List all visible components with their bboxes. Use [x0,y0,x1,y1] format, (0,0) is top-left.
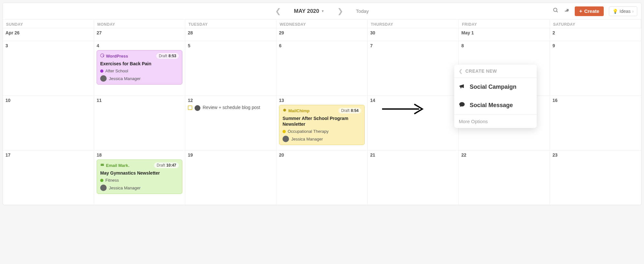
date-label: 17 [5,152,91,158]
date-label: 14 [370,98,456,103]
date-label: 28 [188,30,274,35]
search-icon[interactable] [553,7,559,15]
event-category: Fitness [100,178,179,183]
chevron-right-icon: › [632,9,634,14]
date-label: 30 [370,30,456,35]
calendar-cell[interactable]: 14 [368,96,459,150]
status-pill: Draft8:54 [339,108,361,114]
date-label: 2 [553,30,639,35]
calendar-cell[interactable]: 18Email Mark…Draft10:47May Gymnastics Ne… [94,150,185,205]
author-name: Jessica Manager [109,186,140,190]
svg-rect-5 [101,164,104,166]
calendar-cell[interactable]: 6 [276,41,368,96]
plus-icon: + [579,8,582,14]
create-label: Create [584,8,599,14]
calendar-cell[interactable]: May 1 [459,28,550,41]
date-label: 8 [461,43,547,48]
calendar-cell[interactable]: 11 [94,96,185,150]
popover-item-social-message[interactable]: Social Message [454,96,537,114]
chevron-left-icon: ❮ [459,68,463,74]
calendar-cell[interactable]: 20 [276,150,368,205]
calendar-cell[interactable]: 22 [459,150,550,205]
event-type: Email Mark… [100,163,129,168]
category-dot [100,179,103,182]
event-card[interactable]: Email Mark…Draft10:47May Gymnastics News… [97,159,182,194]
day-header: SATURDAY [550,20,641,28]
author-name: Jessica Manager [109,76,140,81]
calendar-cell[interactable]: 28 [185,28,276,41]
category-dot [283,130,286,133]
popover-more-options[interactable]: More Options [454,114,537,128]
lightbulb-icon: 💡 [612,9,618,14]
mailchimp-icon [283,108,287,113]
status-time: 10:47 [166,163,176,168]
svg-rect-2 [565,11,568,12]
date-label: 16 [553,98,639,103]
calendar-cell[interactable]: Apr 26 [3,28,94,41]
checkbox[interactable] [188,105,192,110]
date-label: Apr 26 [5,30,91,35]
calendar-cell[interactable]: 3 [3,41,94,96]
category-label: Occupational Therapy [288,129,329,134]
calendar-cell[interactable]: 17 [3,150,94,205]
date-label: 6 [279,43,365,48]
email-icon [100,163,104,168]
svg-point-0 [553,8,557,12]
event-card[interactable]: WordPressDraft8:53Exercises for Back Pai… [97,50,182,85]
calendar-cell[interactable]: 2 [550,28,641,41]
calendar-cell[interactable]: 19 [185,150,276,205]
status-time: 8:53 [168,54,176,58]
popover-header[interactable]: ❮ CREATE NEW [454,65,537,78]
calendar-cell[interactable]: 29 [276,28,368,41]
calendar-grid: SUNDAYMONDAYTUESDAYWEDNESDAYTHURSDAYFRID… [3,20,641,205]
day-header: WEDNESDAY [276,20,368,28]
calendar-cell[interactable]: 4WordPressDraft8:53Exercises for Back Pa… [94,41,185,96]
month-picker[interactable]: MAY 2020 ▼ [294,8,324,14]
today-button[interactable]: Today [356,8,369,14]
date-label: May 1 [461,30,547,35]
date-label: 19 [188,152,274,158]
calendar-cell[interactable]: 5 [185,41,276,96]
popover-item-social-campaign[interactable]: Social Campaign [454,78,537,96]
calendar-cell[interactable]: 16 [550,96,641,150]
date-label: 29 [279,30,365,35]
create-new-popover: ❮ CREATE NEW Social Campaign Social Mess… [454,65,537,128]
event-card[interactable]: MailChimpDraft8:54Summer After School Pr… [279,105,365,145]
event-author: Jessica Manager [100,185,179,191]
event-author: Jessica Manager [100,75,179,82]
category-dot [100,69,103,73]
avatar [100,185,107,191]
date-label: 18 [97,152,182,158]
event-type-label: MailChimp [288,108,310,113]
day-header: THURSDAY [368,20,459,28]
calendar-cell[interactable]: 12Review + schedule blog post [185,96,276,150]
avatar [100,75,107,82]
calendar-cell[interactable]: 13MailChimpDraft8:54Summer After School … [276,96,368,150]
event-type-label: Email Mark… [106,163,129,168]
ideas-button[interactable]: 💡 Ideas › [609,6,637,16]
calendar-cell[interactable]: 21 [368,150,459,205]
calendar-cell[interactable]: 30 [368,28,459,41]
calendar-cell[interactable]: 7 [368,41,459,96]
next-month-button[interactable]: ❯ [337,7,343,15]
task-text: Review + schedule blog post [203,105,260,110]
calendar-cell[interactable]: 10 [3,96,94,150]
day-header: TUESDAY [185,20,276,28]
calendar-cell[interactable]: 27 [94,28,185,41]
popover-item-label: Social Message [470,102,513,109]
month-label: MAY 2020 [294,8,319,14]
create-button[interactable]: + Create [575,6,604,16]
calendar-cell[interactable]: 23 [550,150,641,205]
task-item[interactable]: Review + schedule blog post [188,105,274,111]
calendar-cell[interactable]: 9 [550,41,641,96]
date-label: 10 [5,98,91,103]
event-type-label: WordPress [106,54,128,59]
share-icon[interactable] [564,7,570,15]
event-category: After School [100,68,179,73]
author-name: Jessica Manager [291,137,323,141]
avatar [283,136,289,142]
event-author: Jessica Manager [283,136,361,142]
category-label: After School [105,68,128,73]
day-header: MONDAY [94,20,185,28]
prev-month-button[interactable]: ❮ [275,7,281,15]
